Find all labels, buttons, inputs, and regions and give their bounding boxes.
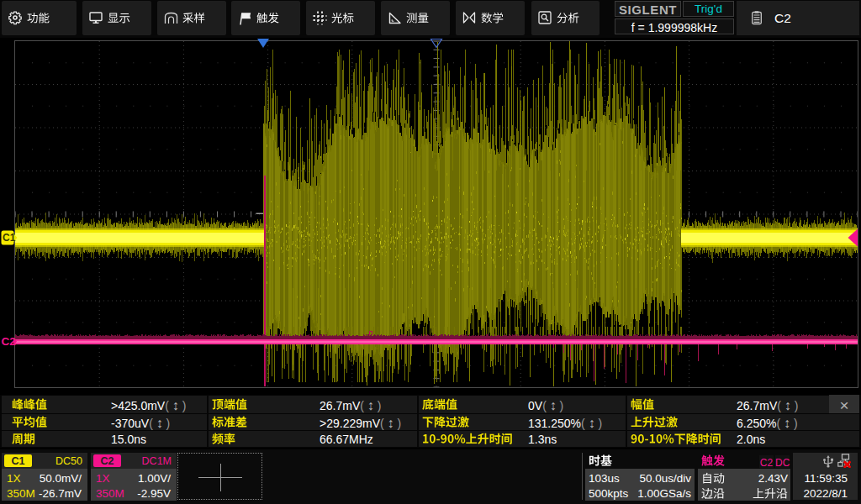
svg-text:C1: C1: [3, 232, 16, 244]
